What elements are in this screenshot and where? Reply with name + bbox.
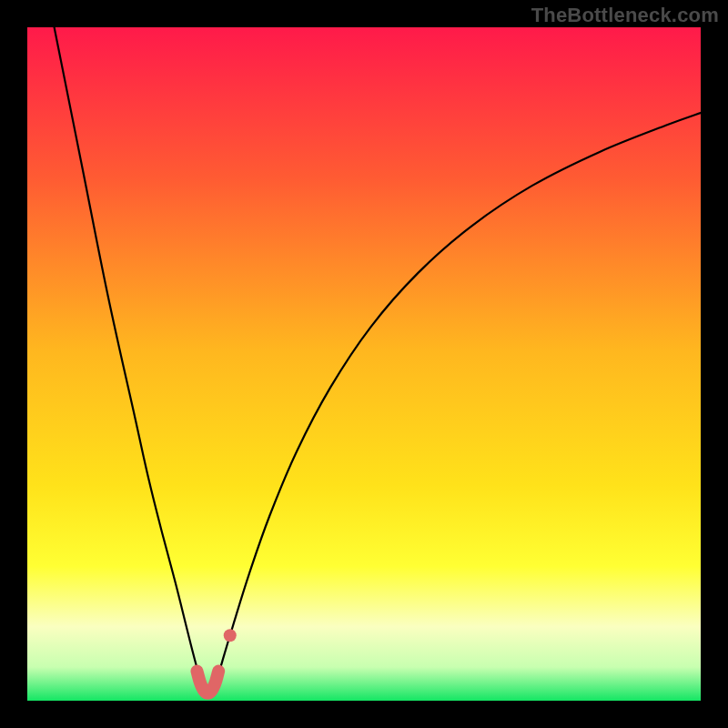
chart-frame: TheBottleneck.com (0, 0, 728, 728)
plot-area (27, 27, 701, 701)
gradient-background (27, 27, 701, 701)
marker-dot (224, 629, 237, 642)
chart-svg (27, 27, 701, 701)
watermark-text: TheBottleneck.com (531, 4, 719, 27)
